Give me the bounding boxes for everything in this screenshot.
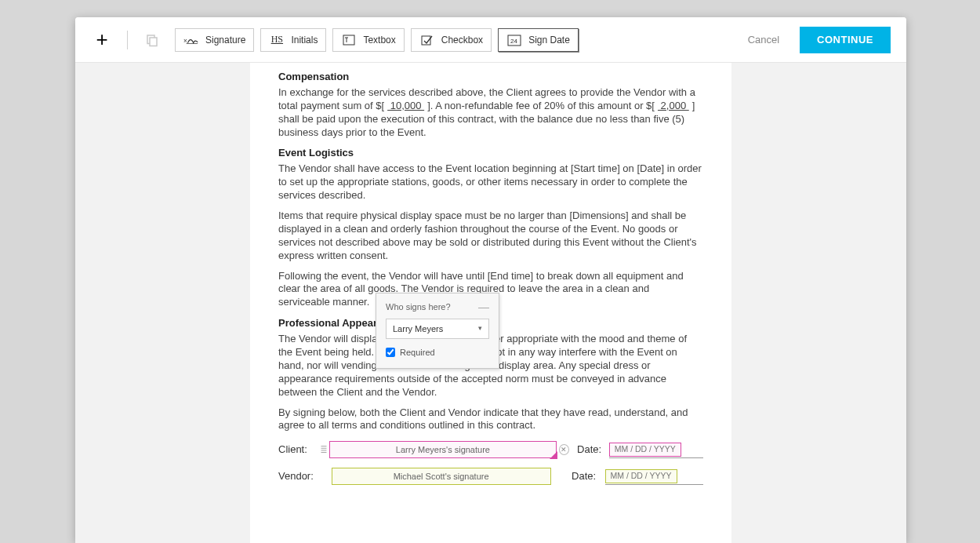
checkbox-label: Checkbox [441, 35, 483, 46]
divider [127, 31, 128, 49]
client-signature-field[interactable]: Larry Meyers's signature [329, 441, 557, 458]
signature-icon: × [183, 33, 199, 47]
required-toggle[interactable]: Required [386, 347, 489, 358]
textbox-label: Textbox [363, 35, 395, 46]
field-amount-1[interactable]: 10,000 [384, 100, 427, 111]
sign-date-label: Sign Date [528, 35, 570, 46]
svg-rect-4 [343, 35, 354, 45]
heading-logistics: Event Logistics [278, 147, 703, 160]
resize-icon[interactable] [550, 451, 557, 459]
checkbox-tool[interactable]: Checkbox [411, 28, 492, 52]
date-label: Date: [572, 470, 604, 483]
app-window: + × Signature HS Initials Tex [75, 17, 906, 543]
svg-rect-1 [150, 38, 157, 46]
document-area: Compensation In exchange for the service… [75, 63, 906, 543]
popup-title: Who signs here? [386, 301, 451, 312]
field-amount-2[interactable]: 2,000 [655, 100, 692, 111]
sign-date-tool[interactable]: 24 Sign Date [498, 28, 579, 52]
required-checkbox[interactable] [386, 348, 395, 357]
field-tools: × Signature HS Initials Textbox Checkbox [175, 28, 579, 52]
vendor-signature-field[interactable]: Michael Scott's signature [332, 468, 551, 485]
client-sign-row: Client: Larry Meyers's signature ✕ Date:… [278, 439, 703, 460]
add-icon[interactable]: + [91, 29, 113, 51]
cancel-link[interactable]: Cancel [748, 34, 779, 46]
heading-compensation: Compensation [278, 71, 703, 84]
vendor-date-field[interactable]: MM / DD / YYYY [605, 468, 704, 485]
date-label: Date: [577, 443, 609, 457]
continue-button[interactable]: CONTINUE [800, 27, 891, 53]
textbox-tool[interactable]: Textbox [332, 28, 404, 52]
compensation-paragraph: In exchange for the services described a… [278, 86, 703, 140]
initials-tool[interactable]: HS Initials [260, 28, 326, 52]
pages-icon[interactable] [142, 30, 162, 50]
initials-label: Initials [291, 35, 318, 46]
toolbar: + × Signature HS Initials Tex [75, 17, 906, 63]
document-page: Compensation In exchange for the service… [250, 63, 731, 543]
textbox-icon [341, 33, 357, 47]
sign-date-icon: 24 [506, 33, 522, 47]
drag-handle-icon[interactable] [319, 440, 329, 459]
signature-label: Signature [205, 35, 245, 46]
client-label: Client: [278, 443, 318, 457]
chevron-down-icon: ▾ [478, 324, 482, 333]
vendor-label: Vendor: [278, 470, 319, 483]
signing-p: By signing below, both the Client and Ve… [278, 406, 703, 433]
logistics-p1: The Vendor shall have access to the Even… [278, 162, 703, 202]
signer-popup: Who signs here? — Larry Meyers ▾ Require… [376, 293, 499, 369]
signature-tool[interactable]: × Signature [175, 28, 254, 52]
close-icon[interactable]: ✕ [559, 444, 569, 455]
initials-icon: HS [269, 33, 285, 47]
logistics-p2: Items that require physical display spac… [278, 210, 703, 263]
client-date-field[interactable]: MM / DD / YYYY [609, 441, 703, 458]
vendor-sign-row: Vendor: Michael Scott's signature Date: … [278, 466, 703, 487]
minimize-icon[interactable]: — [478, 301, 489, 312]
signer-select[interactable]: Larry Meyers ▾ [386, 319, 489, 339]
svg-text:24: 24 [510, 38, 517, 45]
checkbox-icon [419, 33, 435, 47]
